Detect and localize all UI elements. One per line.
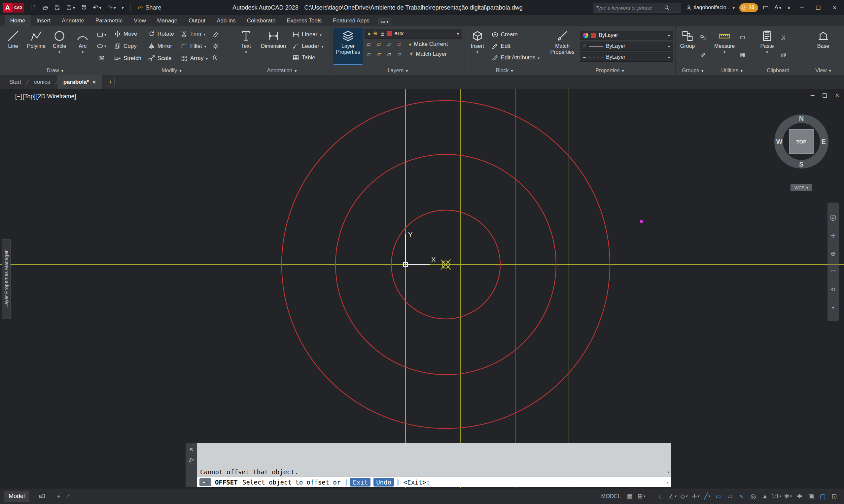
modify-tool-button[interactable]: Stretch (113, 54, 143, 62)
status-toggle[interactable]: ▢ (817, 490, 828, 502)
maximize-button[interactable]: ❑ (812, 2, 825, 13)
block-panel-title[interactable]: Block (465, 66, 544, 75)
file-tab[interactable]: conica (28, 75, 56, 89)
linetype-combo[interactable]: ┅ ByLayer (580, 52, 673, 62)
layout-tab-a3[interactable]: a3 (34, 491, 50, 502)
ribbon-tab[interactable]: Home (5, 15, 31, 26)
layer-lock-icon[interactable] (380, 31, 385, 36)
lineweight-combo[interactable]: ≡ ByLayer (580, 41, 673, 51)
command-close-icon[interactable]: ✕ (189, 446, 193, 452)
plot-button[interactable] (80, 4, 88, 12)
hatch-button[interactable] (97, 53, 106, 62)
command-window-grip[interactable]: ✕ (186, 443, 197, 487)
space-mode-label[interactable]: MODEL (601, 493, 621, 499)
text-button[interactable]: Text (236, 28, 257, 64)
base-view-button[interactable]: Base (813, 28, 833, 64)
navigation-wheel-icon[interactable] (830, 213, 836, 222)
clipboard-panel-title[interactable]: Clipboard (754, 66, 802, 75)
ribbon-tab[interactable]: Featured Apps (327, 15, 375, 26)
utilities-panel-title[interactable]: Utilities (710, 66, 754, 75)
group-button[interactable]: Group (678, 28, 697, 64)
visual-style-control[interactable]: [2D Wireframe] (36, 93, 76, 100)
command-option-undo[interactable]: Undo (374, 478, 394, 487)
paste-dropdown[interactable] (766, 50, 768, 54)
save-as-button[interactable] (65, 4, 76, 12)
status-toggle[interactable]: ⊞ (636, 490, 647, 502)
recent-commands-icon[interactable]: ▴ (667, 480, 669, 485)
status-toggle[interactable]: ▱ (724, 490, 736, 502)
drawing-minimize-icon[interactable]: ─ (811, 92, 814, 98)
wcs-selector[interactable]: WCS (791, 184, 812, 191)
layer-tool-icon[interactable] (364, 51, 373, 57)
view-panel-title[interactable]: View (803, 66, 844, 75)
ribbon-tab[interactable]: Collaborate (241, 15, 281, 26)
group-edit-button[interactable] (700, 52, 707, 59)
annotation-tool-button[interactable]: Linear (291, 31, 323, 39)
layer-tool-icon[interactable] (385, 41, 393, 47)
cut-button[interactable] (780, 34, 787, 41)
ungroup-button[interactable] (700, 34, 707, 41)
ribbon-tab[interactable]: Add-ins (211, 15, 241, 26)
draw-panel-title[interactable]: Draw (0, 66, 110, 75)
ucs-icon[interactable] (403, 234, 430, 267)
close-button[interactable]: ✕ (828, 2, 841, 13)
measure-button[interactable]: Measure (712, 28, 737, 64)
annotation-tool-button[interactable]: Table (291, 54, 317, 62)
layers-panel-title[interactable]: Layers (331, 66, 465, 75)
layer-properties-palette-tab[interactable]: Layer Properties Manager (2, 239, 11, 319)
titlebar-overflow-button[interactable]: » (786, 3, 792, 12)
status-toggle[interactable]: ▦ (624, 490, 636, 502)
drawing-restore-icon[interactable]: ❑ (822, 92, 827, 98)
minimize-button[interactable]: ─ (795, 2, 808, 13)
navbar-more-icon[interactable] (832, 304, 834, 311)
app-menu-button[interactable]: A CAD (3, 3, 24, 13)
command-options-badge[interactable] (200, 478, 211, 486)
steering-wheel-icon[interactable] (830, 286, 836, 293)
modify-tool-button[interactable]: Copy (113, 42, 143, 50)
arc-button[interactable]: Arc (72, 28, 93, 64)
layer-on-icon[interactable] (368, 30, 371, 37)
model-space-tab[interactable]: Model (4, 491, 29, 502)
circle-button[interactable]: Circle (49, 28, 70, 64)
viewcube-south[interactable]: S (797, 161, 805, 168)
match-layer-button[interactable]: Match Layer (408, 51, 448, 58)
block-tool-button[interactable]: Create (490, 31, 519, 39)
layer-color-swatch[interactable] (387, 31, 392, 36)
status-toggle[interactable]: ▣ (805, 490, 817, 502)
modify-tool-button[interactable]: Trim (179, 30, 209, 38)
viewcube[interactable]: N S W E TOP (773, 113, 829, 169)
status-toggle[interactable]: ✚ (794, 490, 805, 502)
viewcube-east[interactable]: E (820, 138, 827, 145)
quick-calculator-button[interactable] (739, 52, 746, 59)
dimension-button[interactable]: Dimension (258, 28, 289, 64)
rectangle-button[interactable] (96, 30, 107, 39)
ribbon-tab[interactable]: Annotate (56, 15, 90, 26)
status-toggle[interactable]: ◇ (678, 490, 690, 502)
drawing-viewport[interactable]: Y X (0, 89, 844, 488)
layer-tool-icon[interactable] (385, 51, 393, 57)
viewcube-west[interactable]: W (775, 138, 783, 145)
insert-dropdown[interactable] (477, 50, 479, 54)
viewcube-top-face[interactable]: TOP (789, 129, 814, 154)
qat-customize-button[interactable] (120, 5, 125, 11)
polyline-button[interactable]: Polyline (25, 28, 47, 64)
save-button[interactable] (53, 4, 62, 12)
block-tool-button[interactable]: Edit (490, 42, 512, 50)
line-button[interactable]: Line (2, 28, 24, 64)
view-control[interactable]: [Top] (23, 93, 36, 100)
properties-panel-title[interactable]: Properties (544, 66, 675, 75)
text-dropdown[interactable] (245, 50, 247, 54)
annotation-tool-button[interactable]: Leader (291, 42, 325, 50)
search-input[interactable] (596, 5, 662, 11)
ribbon-tab[interactable]: Insert (31, 15, 56, 26)
status-toggle[interactable]: ∟ (655, 490, 667, 502)
file-tab-close-icon[interactable] (92, 79, 96, 85)
zoom-icon[interactable] (830, 250, 836, 257)
layer-tool-icon[interactable] (395, 51, 403, 57)
layer-control-combo[interactable]: aux (364, 29, 462, 39)
modify-panel-title[interactable]: Modify (110, 66, 233, 75)
new-layout-button[interactable]: + (54, 493, 63, 500)
layer-tool-icon[interactable] (375, 41, 383, 47)
history-scroll-icon[interactable]: ▴ (667, 468, 670, 476)
share-button[interactable]: Share (136, 3, 163, 12)
